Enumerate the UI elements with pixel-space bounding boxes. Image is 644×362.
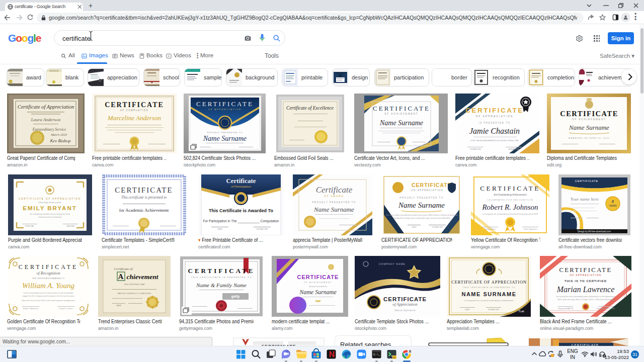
svg-text:OF APPRECIATION: OF APPRECIATION: [412, 189, 443, 192]
svg-text:Robert R. Johnson: Robert R. Johnson: [481, 203, 538, 211]
svg-text:Name & Family Name: Name & Family Name: [196, 282, 246, 288]
svg-text:This Certificate is Awarded To: This Certificate is Awarded To: [209, 208, 273, 213]
svg-text:of Participation: of Participation: [231, 185, 251, 188]
svg-text:CERTIFICATE: CERTIFICATE: [188, 267, 255, 275]
svg-text:CERTIFICATE: CERTIFICATE: [19, 263, 78, 270]
svg-text:DATE: DATE: [465, 309, 470, 311]
svg-text:DATE: DATE: [116, 305, 121, 307]
svg-text:OF APPRECIATION: OF APPRECIATION: [208, 108, 242, 111]
svg-text:Name Surname: Name Surname: [203, 135, 247, 142]
svg-text:CERTIFICATE: CERTIFICATE: [196, 100, 254, 108]
svg-text:THIS CERTIFICATE IS AWARDED TO: THIS CERTIFICATE IS AWARDED TO: [32, 278, 64, 280]
svg-text:EMILY BRYANT: EMILY BRYANT: [23, 205, 77, 211]
svg-text:Certificate: Certificate: [316, 185, 353, 195]
svg-text:NAME SURNAME: NAME SURNAME: [461, 291, 516, 297]
svg-text:support for the Company and it: support for the Company and its projects…: [22, 295, 74, 297]
svg-text:C:\_: C:\_: [373, 353, 381, 356]
svg-text:OF ACHIEVEMENT: OF ACHIEVEMENT: [384, 113, 419, 115]
svg-text:For Participation in The _____: For Participation in The ____________ Co…: [203, 219, 279, 223]
svg-text:Urban High School awards: Urban High School awards: [38, 202, 61, 204]
svg-text:for Academic Achievement: for Academic Achievement: [119, 208, 169, 213]
svg-text:Commencement Ceremony: Commencement Ceremony: [38, 216, 62, 218]
svg-text:TLab: TLab: [518, 310, 524, 313]
svg-text:OF ACHIEVEMENT: OF ACHIEVEMENT: [304, 281, 332, 284]
svg-text:Your name here: Your name here: [571, 197, 599, 202]
svg-text:AWARDED ON JUNE 10, 2021: AWARDED ON JUNE 10, 2021: [569, 137, 610, 139]
svg-text:in recognition for outstanding: in recognition for outstanding achieveme…: [482, 213, 538, 215]
svg-text:Name Surname: Name Surname: [398, 201, 445, 209]
svg-text:CERTIFICATE: CERTIFICATE: [412, 182, 452, 188]
svg-text:SIGNATURE: SIGNATURE: [470, 148, 481, 150]
svg-text:Name Surname: Name Surname: [394, 309, 416, 312]
svg-text:CERTIFICATE: CERTIFICATE: [105, 101, 164, 109]
svg-text:David P. Loomis: David P. Loomis: [59, 308, 72, 310]
svg-text:OF ACHIEVEMENT: OF ACHIEVEMENT: [572, 118, 606, 121]
svg-text:Other Signature: Other Signature: [524, 228, 537, 230]
svg-text:THIS CERTIFICATE IS PRESENTED: THIS CERTIFICATE IS PRESENTED TO: [462, 286, 515, 289]
svg-text:for the outstanding service hi: for the outstanding service history whil…: [24, 292, 73, 294]
svg-text:CERTIFICATE: CERTIFICATE: [115, 186, 173, 194]
svg-text:getty: getty: [231, 295, 240, 299]
svg-text:Certificate of Appreciation: Certificate of Appreciation: [18, 104, 74, 110]
svg-text:Certificate of Excellence: Certificate of Excellence: [286, 106, 334, 111]
svg-text:A: A: [118, 273, 124, 281]
svg-text:OF AWARD: OF AWARD: [324, 195, 344, 198]
svg-text:for having the most outstandin: for having the most outstanding sales pe…: [556, 296, 615, 298]
svg-text:SIGNATURE: SIGNATURE: [256, 228, 268, 230]
svg-text:CERTIFICATE: CERTIFICATE: [465, 107, 524, 114]
svg-text:Raymond WATTS: Raymond WATTS: [558, 308, 574, 310]
svg-text:CERTIFICATE: CERTIFICATE: [373, 105, 430, 112]
svg-text:Given this first of June 2025: Given this first of June 2025 at the Int…: [22, 300, 75, 302]
svg-text:DATE: DATE: [412, 226, 417, 228]
svg-text:OF COMPLETION: OF COMPLETION: [120, 109, 149, 112]
svg-text:Name Surname: Name Surname: [313, 206, 354, 213]
svg-text:3rd Outstanding Achievement: 3rd Outstanding Achievement: [494, 193, 527, 196]
svg-text:SIGNATURE: SIGNATURE: [508, 148, 519, 150]
svg-text:OF APPRECIATION: OF APPRECIATION: [476, 115, 514, 118]
svg-text:of Appreciation: of Appreciation: [392, 302, 418, 307]
svg-text:SIGNATURE: SIGNATURE: [488, 309, 499, 311]
svg-text:CERTIFICATE: CERTIFICATE: [383, 296, 427, 302]
svg-text:2: 2: [612, 199, 614, 204]
svg-text:CERTIFICATE OF APPRECIATION: CERTIFICATE OF APPRECIATION: [451, 280, 527, 285]
svg-text:PROUDLY PRESENTED TO: PROUDLY PRESENTED TO: [207, 131, 243, 134]
svg-text:Jamie Chastain: Jamie Chastain: [469, 127, 520, 135]
svg-text:THIS IS TO CERTIFIED: THIS IS TO CERTIFIED: [565, 280, 607, 283]
svg-text:This is to certify a proudly p: This is to certify a proudly presented t…: [385, 214, 457, 216]
svg-text:Certificate of: Certificate of: [114, 267, 133, 271]
svg-text:CERTIFICATE: CERTIFICATE: [297, 274, 339, 280]
svg-text:THIS CERTIFIES THAT: THIS CERTIFIES THAT: [124, 283, 145, 286]
svg-text:PRINCIPAL: PRINCIPAL: [25, 225, 34, 227]
svg-text:Laura Anderson: Laura Anderson: [31, 117, 61, 122]
svg-text:Design Place: Design Place: [485, 228, 496, 230]
svg-text:CELEBRATED FOR RECOGNITION: CELEBRATED FOR RECOGNITION: [487, 199, 533, 201]
svg-text:FOR THE ACHIEVEMENTS IN DEVELO: FOR THE ACHIEVEMENTS IN DEVELOPING THE: [470, 139, 519, 142]
svg-text:Kev Bishop: Kev Bishop: [49, 138, 71, 143]
svg-text:Kelly D. Matthews: Kelly D. Matthews: [23, 308, 38, 310]
svg-text:CERTIFICATE: CERTIFICATE: [480, 185, 540, 192]
svg-text:March 2020: March 2020: [50, 133, 67, 136]
svg-text:PROUDLY PRESENTED TO: PROUDLY PRESENTED TO: [312, 201, 356, 204]
svg-text:of Recognition: of Recognition: [37, 271, 60, 276]
svg-text:DATE: DATE: [217, 228, 223, 230]
svg-text:in recognition for a record of: in recognition for a record of outstandi…: [464, 300, 514, 302]
svg-text:THIS CERTIFICATE IS PRESENTED: THIS CERTIFICATE IS PRESENTED TO: [191, 276, 252, 279]
svg-text:CERTIFICATE: CERTIFICATE: [559, 266, 612, 274]
svg-text:TEACHER: TEACHER: [66, 225, 75, 227]
svg-text:Name Surname: Name Surname: [299, 289, 337, 296]
svg-text:PROUDLY PRESENTED TO: PROUDLY PRESENTED TO: [399, 197, 443, 199]
svg-text:COMPANY NAME: COMPANY NAME: [379, 262, 406, 265]
svg-text:IS PRESENTED TO: IS PRESENTED TO: [479, 122, 511, 124]
svg-text:Eyewometter Director: Eyewometter Director: [597, 308, 615, 310]
svg-text:SIGNATURE: SIGNATURE: [432, 226, 443, 228]
svg-text:Nicely Presented To: Nicely Presented To: [309, 285, 327, 288]
svg-text:CERTIFICATE OF APPRECIATION: CERTIFICATE OF APPRECIATION: [19, 198, 81, 200]
svg-text:Design by All-free-download.co: Design by All-free-download.com: [578, 230, 611, 233]
svg-text:YEARS: YEARS: [609, 205, 616, 207]
svg-text:Name Surname: Name Surname: [569, 124, 609, 131]
svg-text:Marian Lawrence: Marian Lawrence: [556, 285, 615, 294]
svg-text:William A. Young: William A. Young: [22, 282, 74, 290]
svg-text:Name Surname: Name Surname: [379, 119, 423, 127]
svg-text:Certificate: Certificate: [226, 177, 256, 185]
svg-text:chievement: chievement: [127, 273, 159, 281]
